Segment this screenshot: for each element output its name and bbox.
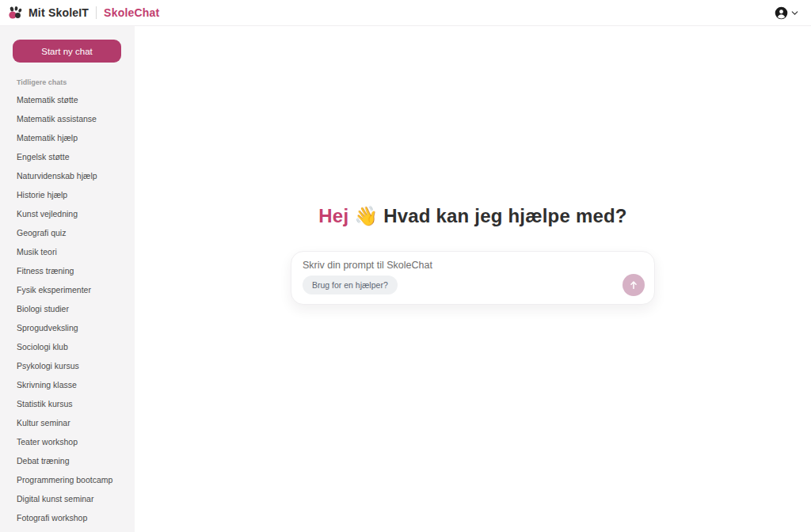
chat-history-item[interactable]: Matematik assistanse xyxy=(13,110,122,129)
chat-history-item[interactable]: Psykologi kursus xyxy=(13,357,122,376)
app-name: SkoleChat xyxy=(104,6,159,19)
chat-history-item[interactable]: Skrivning klasse xyxy=(13,376,122,395)
wave-emoji: 👋 xyxy=(354,205,378,226)
header-divider xyxy=(96,6,97,19)
chat-history-item[interactable]: Naturvidenskab hjælp xyxy=(13,167,122,186)
previous-chats-label: Tidligere chats xyxy=(17,78,122,86)
chat-history-item[interactable]: Engelsk støtte xyxy=(13,148,122,167)
chat-history-item[interactable]: Digital kunst seminar xyxy=(13,490,122,509)
chat-history-item[interactable]: Fysik eksperimenter xyxy=(13,281,122,300)
chat-history-item[interactable]: Kultur seminar xyxy=(13,414,122,433)
chat-history-item[interactable]: Dataanalyse kursus xyxy=(13,528,122,532)
start-new-chat-button[interactable]: Start ny chat xyxy=(13,40,121,63)
main-content: Hej 👋 Hvad kan jeg hjælpe med? Brug for … xyxy=(135,26,811,532)
brand: Mit SkoleIT SkoleChat xyxy=(8,6,159,21)
prompt-card: Brug for en hjælper? xyxy=(291,251,655,305)
chevron-down-icon[interactable] xyxy=(790,8,800,18)
chat-history-item[interactable]: Teater workshop xyxy=(13,433,122,452)
chat-history-item[interactable]: Sociologi klub xyxy=(13,338,122,357)
user-avatar-icon[interactable] xyxy=(775,6,788,20)
brand-name: Mit SkoleIT xyxy=(29,6,89,19)
paw-flower-logo-icon xyxy=(8,6,23,21)
chat-history-item[interactable]: Statistik kursus xyxy=(13,395,122,414)
top-bar: Mit SkoleIT SkoleChat xyxy=(0,0,811,26)
chat-history-item[interactable]: Debat træning xyxy=(13,452,122,471)
greeting-highlight: Hej xyxy=(318,205,348,226)
chat-history-item[interactable]: Musik teori xyxy=(13,243,122,262)
chat-history-item[interactable]: Matematik hjælp xyxy=(13,129,122,148)
send-button[interactable] xyxy=(623,274,645,296)
greeting-text: Hvad kan jeg hjælpe med? xyxy=(383,205,627,226)
chat-history-item[interactable]: Fitness træning xyxy=(13,262,122,281)
chat-history-item[interactable]: Sprogudveksling xyxy=(13,319,122,338)
greeting-heading: Hej 👋 Hvad kan jeg hjælpe med? xyxy=(318,205,626,227)
chat-history-item[interactable]: Programmering bootcamp xyxy=(13,471,122,490)
prompt-input[interactable] xyxy=(303,260,645,271)
chat-history-item[interactable]: Kunst vejledning xyxy=(13,205,122,224)
chat-history-item[interactable]: Matematik støtte xyxy=(13,91,122,110)
chat-history-item[interactable]: Biologi studier xyxy=(13,300,122,319)
sidebar: Start ny chat Tidligere chats Matematik … xyxy=(0,26,135,532)
chat-history-item[interactable]: Geografi quiz xyxy=(13,224,122,243)
account-menu[interactable] xyxy=(775,6,800,20)
chat-history-item[interactable]: Fotografi workshop xyxy=(13,509,122,528)
arrow-up-icon xyxy=(628,279,639,291)
chat-history-item[interactable]: Historie hjælp xyxy=(13,186,122,205)
chat-history-list: Matematik støtteMatematik assistanseMate… xyxy=(13,91,122,532)
helper-chip-button[interactable]: Brug for en hjælper? xyxy=(303,276,398,294)
